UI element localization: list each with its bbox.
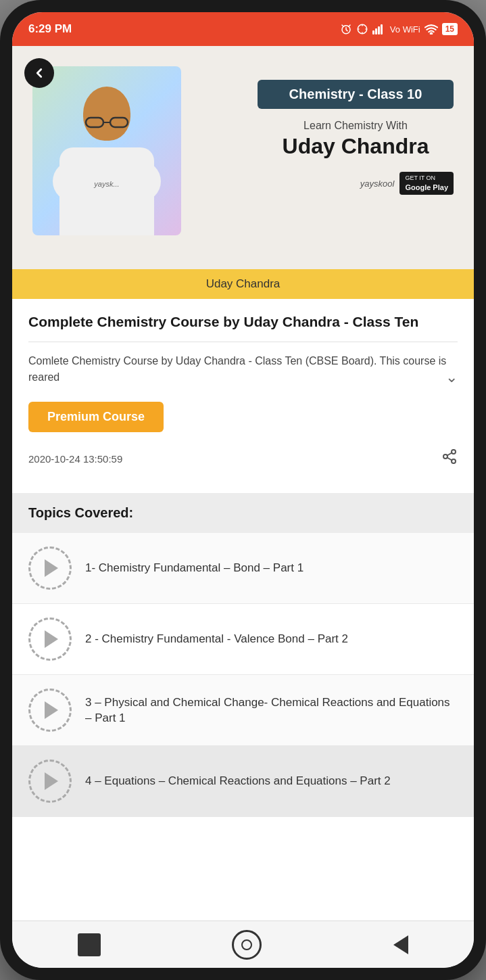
list-item[interactable]: 2 - Chemistry Fundamental - Valence Bond…	[12, 604, 474, 675]
battery-icon: 15	[442, 23, 458, 35]
home-button[interactable]	[232, 930, 262, 960]
class-tag: Chemistry - Class 10	[258, 80, 454, 109]
svg-rect-11	[86, 118, 103, 127]
premium-badge[interactable]: Premium Course	[28, 402, 164, 432]
topics-section-header: Topics Covered:	[12, 493, 474, 533]
play-circle-icon-2	[28, 617, 72, 661]
svg-rect-6	[372, 30, 374, 34]
header-banner: yaysk... Chemistry - Class 10 Learn Chem…	[12, 46, 474, 269]
signal-icon	[372, 24, 386, 34]
yayskool-brand: yayskool	[360, 179, 395, 189]
svg-rect-12	[110, 118, 128, 127]
play-circle-icon-1	[28, 546, 72, 590]
instructor-photo: yaysk...	[32, 66, 181, 235]
divider	[28, 342, 458, 342]
share-icon[interactable]	[441, 448, 458, 469]
play-triangle-icon-4	[45, 772, 58, 790]
topics-list: 1- Chemistry Fundamental – Bond – Part 1…	[12, 533, 474, 817]
status-icons: Vo WiFi 15	[340, 23, 458, 35]
play-circle-icon-4	[28, 760, 72, 803]
battery-level: 15	[445, 24, 454, 34]
stop-button[interactable]	[78, 933, 101, 956]
svg-line-18	[447, 453, 452, 456]
play-store-badge: GET IT ON Google Play	[399, 172, 454, 195]
person-glasses	[84, 115, 129, 129]
instructor-label-bar: Uday Chandra	[12, 269, 474, 299]
topic-label-4: 4 – Equations – Chemical Reactions and E…	[85, 773, 458, 789]
play-store-line1: GET IT ON	[405, 174, 448, 183]
list-item[interactable]: 1- Chemistry Fundamental – Bond – Part 1	[12, 533, 474, 604]
play-store-line2: Google Play	[405, 183, 448, 192]
back-arrow-icon	[32, 66, 47, 80]
topic-label-2: 2 - Chemistry Fundamental - Valence Bond…	[85, 631, 458, 647]
phone-frame: 6:29 PM Vo WiFi	[0, 0, 486, 980]
topics-title: Topics Covered:	[28, 505, 133, 520]
course-title: Complete Chemistry Course by Uday Chandr…	[28, 312, 458, 331]
phone-screen: 6:29 PM Vo WiFi	[12, 12, 474, 968]
person-head	[83, 87, 130, 141]
main-scroll-content: yaysk... Chemistry - Class 10 Learn Chem…	[12, 46, 474, 920]
instructor-label-text: Uday Chandra	[206, 277, 281, 290]
play-triangle-icon-1	[45, 559, 58, 577]
course-info-box: Chemistry - Class 10 Learn Chemistry Wit…	[258, 80, 454, 195]
wifi-icon	[424, 24, 438, 34]
topic-label-1: 1- Chemistry Fundamental – Bond – Part 1	[85, 560, 458, 576]
status-bar: 6:29 PM Vo WiFi	[12, 12, 474, 46]
expand-chevron-icon[interactable]: ⌄	[445, 366, 458, 388]
status-time: 6:29 PM	[28, 22, 72, 36]
instructor-name-large: Uday Chandra	[258, 135, 454, 158]
back-button[interactable]	[24, 58, 54, 88]
list-item[interactable]: 3 – Physical and Chemical Change- Chemic…	[12, 675, 474, 746]
alarm-icon	[340, 23, 352, 35]
learn-text: Learn Chemistry With	[258, 120, 454, 132]
svg-line-17	[447, 458, 452, 461]
course-description: Comlete Chemistry Course by Uday Chandra…	[28, 353, 458, 386]
person-figure: yaysk...	[46, 80, 168, 235]
list-item[interactable]: 4 – Equations – Chemical Reactions and E…	[12, 746, 474, 817]
svg-rect-9	[381, 24, 383, 34]
course-details: Complete Chemistry Course by Uday Chandr…	[12, 299, 474, 493]
shirt-text: yaysk...	[94, 180, 119, 188]
play-triangle-icon-3	[45, 701, 58, 719]
brand-row: yayskool GET IT ON Google Play	[258, 172, 454, 195]
back-nav-triangle-icon[interactable]	[393, 935, 408, 954]
home-circle-icon	[241, 939, 252, 950]
bottom-navigation	[12, 920, 474, 968]
timestamp: 2020-10-24 13:50:59	[28, 453, 122, 465]
svg-rect-8	[378, 26, 380, 34]
signal-label: Vo WiFi	[390, 24, 420, 34]
play-circle-icon-3	[28, 689, 72, 732]
person-body: yaysk...	[59, 147, 154, 235]
play-triangle-icon-2	[45, 630, 58, 648]
timestamp-row: 2020-10-24 13:50:59	[28, 448, 458, 480]
svg-rect-7	[375, 28, 377, 34]
svg-point-10	[430, 32, 432, 34]
topic-label-3: 3 – Physical and Chemical Change- Chemic…	[85, 695, 458, 727]
compass-icon	[356, 23, 368, 35]
